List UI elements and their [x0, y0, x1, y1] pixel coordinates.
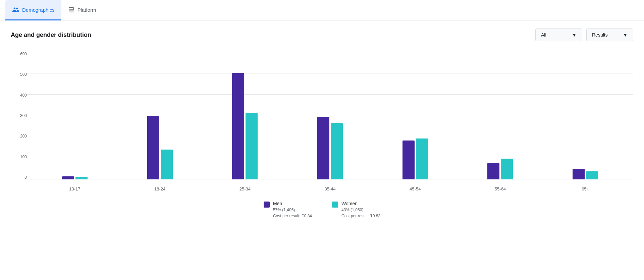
people-icon: [12, 6, 19, 13]
y-axis-label: 0: [11, 175, 27, 179]
legend-men-label: Men: [273, 201, 312, 206]
chart-header: Age and gender distribution All ▼ Result…: [11, 29, 633, 41]
bar-women: [161, 150, 173, 179]
x-axis-label: 25-34: [202, 186, 287, 193]
chart-title: Age and gender distribution: [11, 32, 91, 39]
bar-group: [458, 159, 543, 179]
y-axis-label: 400: [11, 93, 27, 97]
legend-men-stat1: 57% (1,406): [273, 207, 312, 213]
y-axis: 0100200300400500600: [11, 52, 27, 193]
y-axis-label: 600: [11, 52, 27, 56]
chart-wrapper: 0100200300400500600 13-1718-2425-3435-44…: [11, 52, 633, 193]
filter-dropdowns: All ▼ Results ▼: [535, 29, 633, 41]
bar-women: [416, 138, 428, 179]
tab-platform[interactable]: Platform: [61, 0, 103, 20]
legend-men-text: Men 57% (1,406) Cost per result: ₹0.84: [273, 201, 312, 219]
x-axis-label: 35-44: [287, 186, 373, 193]
bar-group: [287, 117, 373, 179]
bar-men: [573, 169, 585, 179]
legend-women-label: Women: [341, 201, 380, 206]
x-axis: 13-1718-2425-3435-4445-5455-6465+: [27, 179, 633, 193]
y-axis-label: 200: [11, 134, 27, 138]
bar-women: [75, 177, 88, 179]
x-axis-label: 65+: [543, 186, 628, 193]
chart-body: 13-1718-2425-3435-4445-5455-6465+: [27, 52, 633, 193]
metric-filter-dropdown[interactable]: Results ▼: [586, 29, 633, 41]
x-axis-label: 18-24: [117, 186, 203, 193]
monitor-icon: [68, 6, 75, 13]
bar-men: [147, 116, 159, 179]
tabs-bar: Demographics Platform: [0, 0, 644, 20]
gender-filter-label: All: [541, 32, 546, 38]
bar-men: [487, 163, 499, 179]
legend: Men 57% (1,406) Cost per result: ₹0.84 W…: [11, 201, 633, 219]
metric-filter-chevron-icon: ▼: [623, 32, 628, 38]
chart-area: 0100200300400500600 13-1718-2425-3435-44…: [11, 52, 633, 219]
gender-filter-chevron-icon: ▼: [572, 32, 577, 38]
bars-container: [27, 52, 633, 179]
x-axis-label: 55-64: [458, 186, 543, 193]
legend-women-text: Women 43% (1,050) Cost per result: ₹0.83: [341, 201, 380, 219]
y-axis-label: 500: [11, 72, 27, 76]
bar-group: [543, 169, 628, 179]
legend-men-color: [264, 202, 270, 208]
bar-women: [501, 159, 513, 179]
y-axis-label: 300: [11, 114, 27, 118]
bar-women: [331, 123, 343, 179]
bar-group: [117, 116, 203, 179]
main-content: Age and gender distribution All ▼ Result…: [0, 20, 644, 227]
legend-women-color: [332, 202, 338, 208]
x-axis-label: 13-17: [32, 186, 117, 193]
tab-platform-label: Platform: [77, 7, 96, 13]
legend-women-stat1: 43% (1,050): [341, 207, 380, 213]
bar-men: [402, 141, 415, 179]
tab-demographics[interactable]: Demographics: [5, 0, 61, 20]
tab-demographics-label: Demographics: [22, 7, 55, 13]
metric-filter-label: Results: [592, 32, 608, 38]
bar-women: [246, 113, 258, 180]
x-axis-label: 45-54: [373, 186, 458, 193]
bar-men: [62, 176, 74, 180]
legend-women: Women 43% (1,050) Cost per result: ₹0.83: [332, 201, 380, 219]
legend-men-stat2: Cost per result: ₹0.84: [273, 213, 312, 219]
bar-men: [232, 73, 244, 179]
bar-women: [586, 171, 598, 179]
bar-group: [202, 73, 287, 179]
gender-filter-dropdown[interactable]: All ▼: [535, 29, 582, 41]
bar-group: [373, 138, 458, 179]
y-axis-label: 100: [11, 155, 27, 159]
bar-group: [32, 176, 117, 180]
legend-women-stat2: Cost per result: ₹0.83: [341, 213, 380, 219]
bar-men: [317, 117, 329, 179]
legend-men: Men 57% (1,406) Cost per result: ₹0.84: [264, 201, 312, 219]
